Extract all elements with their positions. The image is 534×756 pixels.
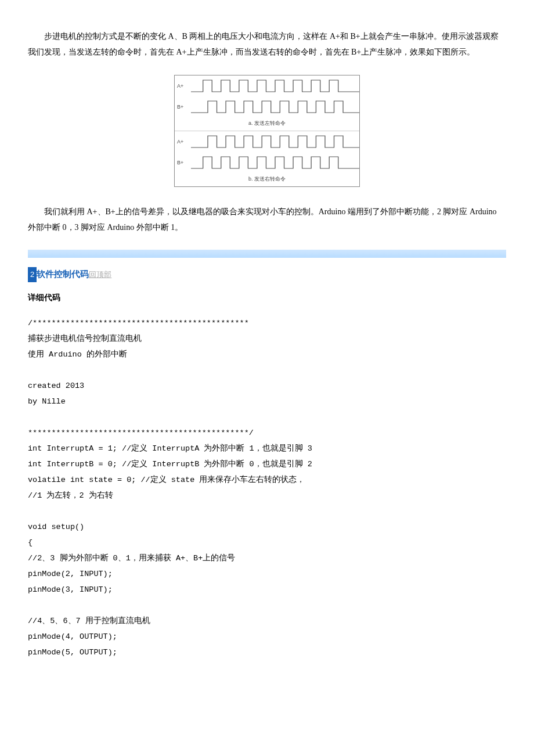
code-block: /***************************************… [28, 315, 506, 660]
figure-label: A+ [175, 137, 191, 147]
code-line: by Nille [28, 397, 66, 406]
figure-caption-a: a. 发送左转命令 [175, 117, 359, 131]
figure-container: A+ B+ a. 发送左转命令 A+ B+ b. 发送右转命令 [28, 75, 506, 187]
back-to-top-link[interactable]: 回顶部 [89, 270, 111, 279]
code-line: 捕获步进电机信号控制直流电机 [28, 334, 142, 343]
waveform-icon [191, 75, 359, 96]
section-number-box: 2 [28, 267, 37, 283]
code-line: volatile int state = 0; //定义 state 用来保存小… [28, 476, 305, 484]
figure-caption-b: b. 发送右转命令 [175, 173, 359, 186]
waveform-icon [191, 96, 359, 117]
code-line: void setup() [28, 523, 84, 531]
code-line: pinMode(2, INPUT); [28, 570, 113, 578]
code-line: { [28, 538, 33, 547]
code-line: //4、5、6、7 用于控制直流电机 [28, 617, 150, 625]
figure-label: B+ [175, 158, 191, 168]
figure-row-b-plus-2: B+ [175, 152, 359, 173]
figure-row-b-plus-1: B+ [175, 96, 359, 117]
code-line: ****************************************… [28, 429, 254, 437]
code-line: int InterruptA = 1; //定义 InterruptA 为外部中… [28, 444, 312, 453]
section-title: 软件控制代码 [37, 269, 89, 279]
code-line: int InterruptB = 0; //定义 InterruptB 为外部中… [28, 460, 312, 469]
figure-row-a-plus-2: A+ [175, 131, 359, 152]
subheading: 详细代码 [28, 290, 506, 306]
intro-paragraph-1: 步进电机的控制方式是不断的变化 A、B 两相上的电压大小和电流方向，这样在 A+… [28, 29, 506, 60]
section-divider [28, 250, 506, 258]
intro-paragraph-2: 我们就利用 A+、B+上的信号差异，以及继电器的吸合来实现对小车的控制。Ardu… [28, 204, 506, 235]
figure-row-a-plus-1: A+ [175, 75, 359, 96]
section-heading: 2软件控制代码回顶部 [28, 266, 506, 283]
waveform-figure: A+ B+ a. 发送左转命令 A+ B+ b. 发送右转命令 [174, 75, 360, 187]
code-line: /***************************************… [28, 319, 249, 327]
waveform-icon [191, 152, 359, 173]
code-line: pinMode(4, OUTPUT); [28, 632, 117, 641]
code-line: pinMode(3, INPUT); [28, 585, 113, 594]
figure-label: A+ [175, 81, 191, 91]
code-line: //1 为左转，2 为右转 [28, 491, 113, 500]
code-line: 使用 Arduino 的外部中断 [28, 350, 127, 359]
figure-label: B+ [175, 102, 191, 112]
code-line: //2、3 脚为外部中断 0、1，用来捕获 A+、B+上的信号 [28, 554, 235, 563]
waveform-icon [191, 131, 359, 152]
code-line: created 2013 [28, 381, 84, 390]
code-line: pinMode(5, OUTPUT); [28, 648, 117, 657]
